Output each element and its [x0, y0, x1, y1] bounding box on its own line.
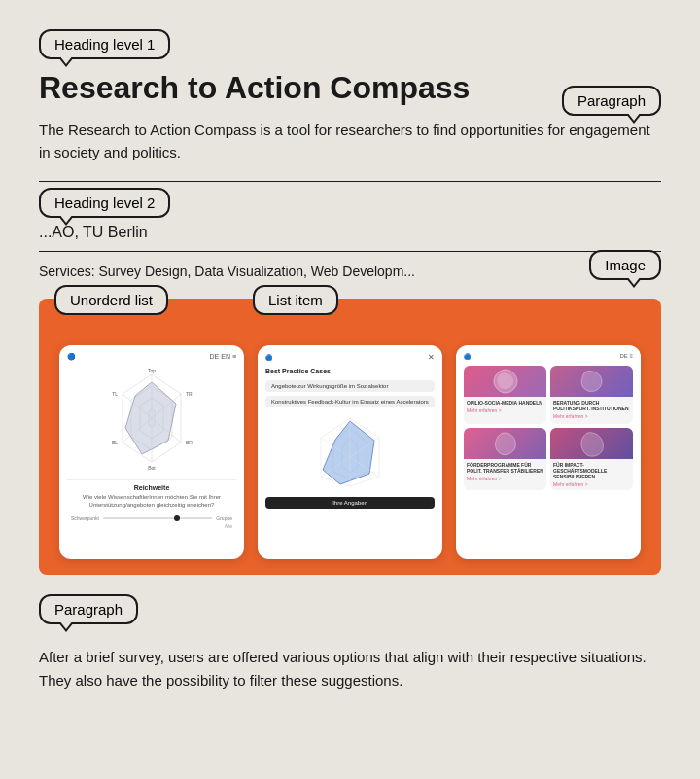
phones-container: 🔵 DE EN ≡	[54, 345, 646, 559]
phone-mockup-3: 🔵 DE ≡	[456, 345, 641, 559]
phone2-title: Best Practice Cases	[265, 368, 435, 374]
phone1-bottom: Reichweite Wie viele WissenschaftlerInne…	[67, 479, 236, 533]
phone3-card1-text: OPILIO-SOCIA-MEDIA HANDELN Mehr erfahren…	[464, 397, 546, 416]
paragraph-bubble-bottom: Paragraph	[39, 594, 138, 624]
phone3-nav: DE ≡	[619, 353, 633, 360]
svg-text:Top: Top	[148, 368, 156, 373]
paragraph-annotation-bottom: Paragraph	[39, 594, 661, 634]
svg-text:TR: TR	[186, 391, 192, 397]
intro-paragraph: The Research to Action Compass is a tool…	[39, 120, 661, 163]
paragraph-annotation-top: Paragraph	[562, 86, 661, 116]
phone3-card1-image	[464, 366, 546, 397]
radar-svg-2	[301, 413, 399, 491]
phone1-screen: 🔵 DE EN ≡	[59, 345, 244, 559]
phone3-cards-grid: OPILIO-SOCIA-MEDIA HANDELN Mehr erfahren…	[464, 366, 633, 490]
services-text: Services: Survey Design, Data Visualizat…	[39, 264, 661, 279]
bottom-paragraph: After a brief survey, users are offered …	[39, 646, 661, 691]
svg-marker-17	[323, 421, 374, 484]
phone1-bottom-text: Wie viele WissenschaftlerInnen möchten S…	[71, 494, 232, 510]
phone3-screen: 🔵 DE ≡	[456, 345, 641, 559]
unordered-list-annotation: Unorderd list	[54, 285, 168, 315]
blob-icon-4	[578, 430, 606, 457]
phone1-slider[interactable]	[103, 517, 212, 519]
phone2-tag-1[interactable]: Angebote zur Wirkungsgröße im Sozialsekt…	[265, 380, 435, 392]
phone2-content: 🔵 ✕ Best Practice Cases Angebote zur Wir…	[265, 353, 435, 551]
phone1-slider-value: Alle	[71, 523, 232, 529]
radar-chart-1: Top TR BR Bot BL TL	[98, 365, 205, 472]
phone3-card3-title: FÖRDERPROGRAMME FÜR POLIT. TRANSFER STÄB…	[467, 462, 543, 474]
phone1-nav: DE EN ≡	[210, 353, 236, 361]
phone3-logo: 🔵	[464, 353, 471, 360]
phone1-topbar: 🔵 DE EN ≡	[67, 353, 236, 361]
heading1-annotation: Heading level 1	[39, 29, 661, 59]
image-annotation: Image	[589, 250, 661, 280]
unordered-list-bubble: Unorderd list	[54, 285, 168, 315]
phone3-card4-text: FÜR IMPACT-GESCHÄFTSMODELLE SENSIBILISIE…	[550, 459, 633, 490]
phone-mockup-1: 🔵 DE EN ≡	[59, 345, 244, 559]
blob-icon-1	[492, 368, 519, 395]
phone3-card2-link[interactable]: Mehr erfahren >	[553, 413, 630, 419]
phone3-card1-title: OPILIO-SOCIA-MEDIA HANDELN	[467, 400, 543, 406]
phone1-content: 🔵 DE EN ≡	[67, 353, 236, 551]
phone3-card1-link[interactable]: Mehr erfahren >	[467, 407, 543, 413]
phone1-bottom-title: Reichweite	[71, 484, 232, 491]
phone3-card4-link[interactable]: Mehr erfahren >	[553, 481, 630, 487]
phone3-card2-image	[550, 366, 633, 397]
phone3-card3-text: FÖRDERPROGRAMME FÜR POLIT. TRANSFER STÄB…	[464, 459, 546, 484]
phone3-card3-link[interactable]: Mehr erfahren >	[467, 476, 543, 481]
phone1-slider-dot	[174, 515, 180, 521]
phone2-tag-2[interactable]: Konstruktives Feedback-Kultur im Einsatz…	[265, 396, 435, 407]
bottom-section: Paragraph After a brief survey, users ar…	[39, 594, 661, 691]
radar-svg-1: Top TR BR Bot BL TL	[98, 365, 205, 472]
services-row: Services: Survey Design, Data Visualizat…	[39, 258, 661, 285]
phone3-card-3[interactable]: FÖRDERPROGRAMME FÜR POLIT. TRANSFER STÄB…	[464, 428, 546, 490]
phone3-topbar: 🔵 DE ≡	[464, 353, 633, 360]
radar-chart-2	[301, 413, 399, 491]
phone2-screen: 🔵 ✕ Best Practice Cases Angebote zur Wir…	[258, 345, 442, 559]
image-section: Unorderd list List item 🔵 DE EN ≡	[39, 299, 661, 575]
divider-1	[39, 181, 661, 182]
svg-text:TL: TL	[112, 391, 118, 397]
heading1-bubble: Heading level 1	[39, 29, 170, 59]
svg-text:BL: BL	[112, 440, 118, 445]
phone3-card4-image	[550, 428, 633, 459]
blob-icon-3	[492, 430, 519, 457]
phone1-slider-label-right: Gruppe	[216, 515, 232, 521]
phone3-card2-text: BERATUNG DURCH POLITIKSPORT. INSTITUTION…	[550, 397, 633, 422]
phone2-close-icon[interactable]: ✕	[428, 353, 435, 362]
phone2-topbar: 🔵 ✕	[265, 353, 435, 362]
phone3-card2-title: BERATUNG DURCH POLITIKSPORT. INSTITUTION…	[553, 400, 630, 411]
svg-text:BR: BR	[186, 440, 192, 445]
heading2-content: ...AO, TU Berlin	[39, 224, 661, 247]
blob-icon-2	[578, 368, 606, 395]
phone2-button[interactable]: Ihre Angaben	[265, 497, 435, 509]
phone-mockup-2: 🔵 ✕ Best Practice Cases Angebote zur Wir…	[258, 345, 442, 559]
phone1-slider-row: Schwerpunkt Gruppe	[71, 515, 232, 521]
phone3-content: 🔵 DE ≡	[464, 353, 633, 551]
list-item-annotation: List item	[253, 285, 338, 315]
list-item-bubble: List item	[253, 285, 338, 315]
svg-text:Bot: Bot	[148, 465, 156, 471]
phone3-card4-title: FÜR IMPACT-GESCHÄFTSMODELLE SENSIBILISIE…	[553, 462, 630, 479]
phone3-card-2[interactable]: BERATUNG DURCH POLITIKSPORT. INSTITUTION…	[550, 366, 633, 424]
phone3-card-1[interactable]: OPILIO-SOCIA-MEDIA HANDELN Mehr erfahren…	[464, 366, 546, 424]
phone1-slider-label-left: Schwerpunkt	[71, 515, 99, 521]
phone1-logo: 🔵	[67, 353, 76, 361]
svg-marker-4	[125, 382, 176, 454]
phone3-card-4[interactable]: FÜR IMPACT-GESCHÄFTSMODELLE SENSIBILISIE…	[550, 428, 633, 490]
phone3-card3-image	[464, 428, 546, 459]
image-bubble: Image	[589, 250, 661, 280]
heading2-annotation: Heading level 2	[39, 188, 661, 218]
paragraph-bubble-top: Paragraph	[562, 86, 661, 116]
phone2-logo: 🔵	[265, 354, 272, 361]
heading2-bubble: Heading level 2	[39, 188, 170, 218]
heading2-section: Heading level 2 ...AO, TU Berlin	[39, 188, 661, 247]
divider-2	[39, 251, 661, 252]
